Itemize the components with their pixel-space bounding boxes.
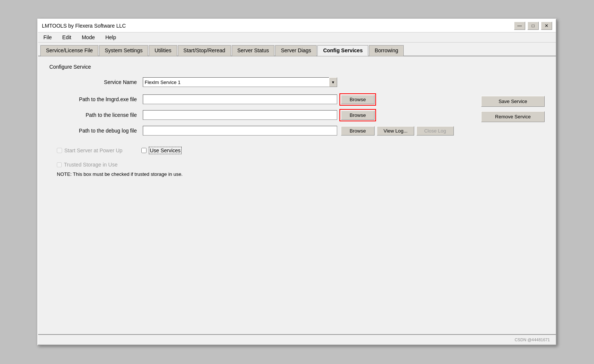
checkbox-area: Start Server at Power Up Use Services Tr… <box>49 147 470 178</box>
menu-file[interactable]: File <box>41 34 54 41</box>
title-bar: LMTOOLS by Flexera Software LLC — □ ✕ <box>38 19 556 32</box>
lmgrd-path-input[interactable] <box>143 94 337 104</box>
view-log-button[interactable]: View Log... <box>377 126 414 136</box>
use-services-checkbox-group: Use Services <box>141 147 182 154</box>
use-services-label: Use Services <box>149 147 182 154</box>
start-server-checkbox-group: Start Server at Power Up <box>57 147 123 153</box>
start-server-label: Start Server at Power Up <box>64 147 123 153</box>
license-path-row: Path to the license file Browse <box>49 110 470 120</box>
menu-mode[interactable]: Mode <box>80 34 97 41</box>
menu-help[interactable]: Help <box>103 34 119 41</box>
service-name-row: Service Name Flexlm Service 1 ▼ <box>49 77 470 87</box>
menu-bar: File Edit Mode Help <box>38 32 556 43</box>
tab-service-license-file[interactable]: Service/License File <box>40 45 98 56</box>
tab-server-status[interactable]: Server Status <box>232 45 275 56</box>
debug-path-label: Path to the debug log file <box>49 128 143 134</box>
browse-lmgrd-button[interactable]: Browse <box>341 95 375 104</box>
trusted-note: NOTE: This box must be checked if truste… <box>57 171 244 178</box>
debug-path-input[interactable] <box>143 126 337 136</box>
service-name-label: Service Name <box>49 79 143 85</box>
tab-server-diags[interactable]: Server Diags <box>275 45 317 56</box>
license-path-input[interactable] <box>143 110 337 120</box>
lmgrd-path-row: Path to the lmgrd.exe file Browse <box>49 94 470 104</box>
trusted-storage-label: Trusted Storage in Use <box>64 162 117 168</box>
tab-start-stop-reread[interactable]: Start/Stop/Reread <box>178 45 231 56</box>
service-name-wrapper[interactable]: Flexlm Service 1 ▼ <box>143 77 337 87</box>
save-service-button[interactable]: Save Service <box>481 96 545 107</box>
service-name-select[interactable]: Flexlm Service 1 <box>143 77 337 87</box>
window-controls: — □ ✕ <box>514 22 552 30</box>
tab-config-services[interactable]: Config Services <box>317 45 368 56</box>
remove-service-button[interactable]: Remove Service <box>481 111 545 122</box>
menu-edit[interactable]: Edit <box>60 34 74 41</box>
tab-bar: Service/License File System Settings Uti… <box>38 43 556 56</box>
trusted-storage-area: Trusted Storage in Use NOTE: This box mu… <box>57 162 470 178</box>
use-services-checkbox[interactable] <box>141 148 147 153</box>
close-button[interactable]: ✕ <box>541 22 552 30</box>
maximize-button[interactable]: □ <box>527 22 539 30</box>
tab-utilities[interactable]: Utilities <box>149 45 177 56</box>
lmgrd-path-label: Path to the lmgrd.exe file <box>49 96 143 102</box>
window-title: LMTOOLS by Flexera Software LLC <box>42 23 126 29</box>
minimize-button[interactable]: — <box>514 22 525 30</box>
license-path-label: Path to the license file <box>49 112 143 118</box>
close-log-button[interactable]: Close Log <box>416 126 454 136</box>
browse-debug-button[interactable]: Browse <box>341 126 375 136</box>
watermark: CSDN @44481671 <box>512 337 553 343</box>
debug-path-row: Path to the debug log file Browse View L… <box>49 126 470 136</box>
trusted-storage-row: Trusted Storage in Use <box>57 162 470 168</box>
action-panel: Save Service Remove Service <box>470 77 545 178</box>
start-server-checkbox[interactable] <box>57 148 62 153</box>
trusted-storage-checkbox[interactable] <box>57 162 62 167</box>
form-section: Service Name Flexlm Service 1 ▼ Path to … <box>49 77 470 178</box>
section-title: Configure Service <box>49 64 545 70</box>
browse-license-button[interactable]: Browse <box>341 111 375 120</box>
content-area: Configure Service Service Name Flexlm Se… <box>38 56 556 334</box>
tab-system-settings[interactable]: System Settings <box>99 45 148 56</box>
tab-borrowing[interactable]: Borrowing <box>369 45 404 56</box>
status-bar: CSDN @44481671 <box>38 334 556 345</box>
